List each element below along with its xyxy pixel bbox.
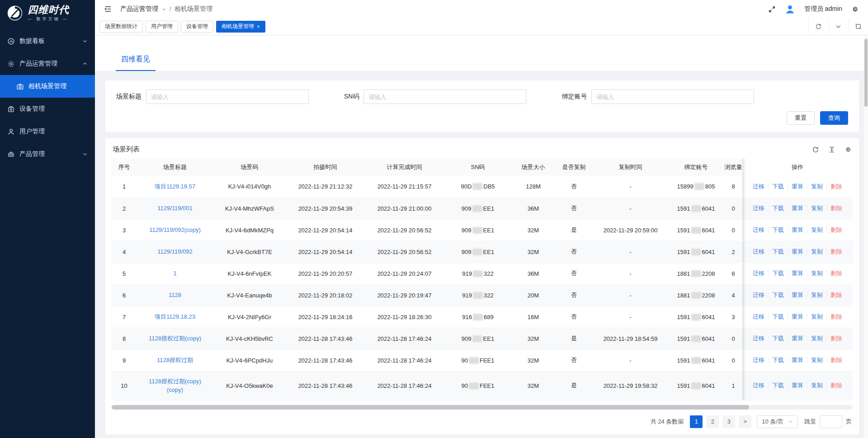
action-copy[interactable]: 复制 <box>807 292 826 298</box>
page-button-3[interactable]: 3 <box>722 415 735 428</box>
scene-title-link[interactable]: 1128授权过期(copy) <box>137 334 213 343</box>
horizontal-scrollbar[interactable] <box>112 405 853 410</box>
tab-chip[interactable]: 用户管理 <box>146 21 178 33</box>
scene-title-link[interactable]: (copy) <box>137 386 213 395</box>
tab-chip[interactable]: 相机场景管理 × <box>216 21 265 33</box>
next-page-button[interactable]: > <box>739 415 751 428</box>
action-delete[interactable]: 删除 <box>826 382 846 389</box>
tab-chip[interactable]: 场景数据统计 <box>99 21 143 33</box>
action-copy[interactable]: 复制 <box>807 205 826 212</box>
sidebar-item-operation[interactable]: 产品运营管理 <box>0 52 95 75</box>
action-migrate[interactable]: 迁移 <box>749 292 768 298</box>
vertical-scrollbar[interactable] <box>864 35 868 438</box>
horizontal-scrollbar-thumb[interactable] <box>112 405 749 410</box>
tab-siwei-kanjian[interactable]: 四维看见 <box>116 55 156 71</box>
action-recalculate[interactable]: 重算 <box>788 292 807 298</box>
action-download[interactable]: 下载 <box>768 292 788 298</box>
user-name[interactable]: 管理员 admin <box>804 5 842 13</box>
action-copy[interactable]: 复制 <box>807 248 826 255</box>
action-delete[interactable]: 删除 <box>826 248 846 255</box>
column-settings-icon[interactable] <box>844 146 852 153</box>
scene-title-link[interactable]: 1129/119/001 <box>137 204 213 213</box>
action-recalculate[interactable]: 重算 <box>788 335 807 342</box>
scene-title-link[interactable]: 1128授权过期 <box>137 356 213 365</box>
action-copy[interactable]: 复制 <box>807 382 826 389</box>
action-download[interactable]: 下载 <box>768 248 788 255</box>
action-delete[interactable]: 删除 <box>826 335 846 342</box>
action-delete[interactable]: 删除 <box>826 313 846 320</box>
scene-title-link[interactable]: 1128 <box>137 291 213 300</box>
action-migrate[interactable]: 迁移 <box>749 205 768 212</box>
action-delete[interactable]: 删除 <box>826 292 846 298</box>
chevron-down-icon[interactable] <box>161 7 166 12</box>
row-density-icon[interactable] <box>828 146 835 153</box>
action-download[interactable]: 下载 <box>768 357 788 363</box>
maximize-icon[interactable] <box>848 18 868 35</box>
action-copy[interactable]: 复制 <box>807 270 826 277</box>
action-migrate[interactable]: 迁移 <box>749 270 768 277</box>
action-download[interactable]: 下载 <box>768 382 788 389</box>
action-download[interactable]: 下载 <box>768 183 788 190</box>
refresh-icon[interactable] <box>812 146 819 153</box>
action-migrate[interactable]: 迁移 <box>749 335 768 342</box>
action-migrate[interactable]: 迁移 <box>749 313 768 320</box>
action-migrate[interactable]: 迁移 <box>749 248 768 255</box>
action-download[interactable]: 下载 <box>768 335 788 342</box>
action-copy[interactable]: 复制 <box>807 183 826 190</box>
avatar[interactable] <box>785 4 795 14</box>
search-input[interactable] <box>363 89 526 104</box>
action-recalculate[interactable]: 重算 <box>788 183 807 190</box>
sidebar-item-product[interactable]: 产品管理 <box>0 143 95 165</box>
action-recalculate[interactable]: 重算 <box>788 205 807 212</box>
scene-title-link[interactable]: 1129/119/092 <box>137 247 213 256</box>
action-delete[interactable]: 删除 <box>826 270 846 277</box>
action-recalculate[interactable]: 重算 <box>788 382 807 389</box>
sidebar-item-dashboard[interactable]: 数据看板 <box>0 30 95 52</box>
action-recalculate[interactable]: 重算 <box>788 248 807 255</box>
gear-icon[interactable] <box>851 5 859 13</box>
sidebar-item-user[interactable]: 用户管理 <box>0 120 95 143</box>
action-download[interactable]: 下载 <box>768 313 788 320</box>
scene-title-link[interactable]: 1129/119/092(copy) <box>137 226 213 235</box>
action-delete[interactable]: 删除 <box>826 226 846 233</box>
action-delete[interactable]: 删除 <box>826 357 846 363</box>
query-button[interactable]: 查询 <box>820 111 848 125</box>
scene-title-link[interactable]: 项目1129.19.57 <box>137 182 213 191</box>
collapse-sidebar-icon[interactable] <box>104 5 112 13</box>
action-migrate[interactable]: 迁移 <box>749 357 768 363</box>
jump-page-input[interactable] <box>820 415 842 428</box>
sidebar-item-camera[interactable]: 相机场景管理 <box>0 75 95 98</box>
reset-button[interactable]: 重置 <box>787 111 815 125</box>
scene-title-link[interactable]: 项目1129.18.23 <box>137 312 213 321</box>
fullscreen-icon[interactable] <box>768 5 776 13</box>
vertical-scrollbar-thumb[interactable] <box>864 39 868 107</box>
action-recalculate[interactable]: 重算 <box>788 313 807 320</box>
action-download[interactable]: 下载 <box>768 205 788 212</box>
action-copy[interactable]: 复制 <box>807 357 826 363</box>
chevron-down-icon[interactable] <box>828 18 848 35</box>
action-copy[interactable]: 复制 <box>807 313 826 320</box>
scene-title-link[interactable]: 1128授权过期(copy) <box>137 377 213 386</box>
sidebar-item-device[interactable]: 设备管理 <box>0 98 95 120</box>
refresh-tab-icon[interactable] <box>808 18 828 35</box>
tab-chip[interactable]: 设备管理 <box>181 21 213 33</box>
action-delete[interactable]: 删除 <box>826 183 846 190</box>
action-migrate[interactable]: 迁移 <box>749 226 768 233</box>
action-recalculate[interactable]: 重算 <box>788 357 807 363</box>
page-size-select[interactable]: 10 条/页 <box>757 415 798 428</box>
breadcrumb-parent[interactable]: 产品运营管理 <box>120 5 158 13</box>
action-download[interactable]: 下载 <box>768 270 788 277</box>
action-copy[interactable]: 复制 <box>807 226 826 233</box>
action-recalculate[interactable]: 重算 <box>788 226 807 233</box>
search-input[interactable] <box>146 89 309 104</box>
scene-title-link[interactable]: 1 <box>137 269 213 278</box>
search-input[interactable] <box>591 89 754 104</box>
action-download[interactable]: 下载 <box>768 226 788 233</box>
page-button-2[interactable]: 2 <box>706 415 719 428</box>
close-icon[interactable]: × <box>257 24 260 29</box>
page-button-1[interactable]: 1 <box>690 415 703 428</box>
action-migrate[interactable]: 迁移 <box>749 183 768 190</box>
action-copy[interactable]: 复制 <box>807 335 826 342</box>
action-delete[interactable]: 删除 <box>826 205 846 212</box>
action-recalculate[interactable]: 重算 <box>788 270 807 277</box>
